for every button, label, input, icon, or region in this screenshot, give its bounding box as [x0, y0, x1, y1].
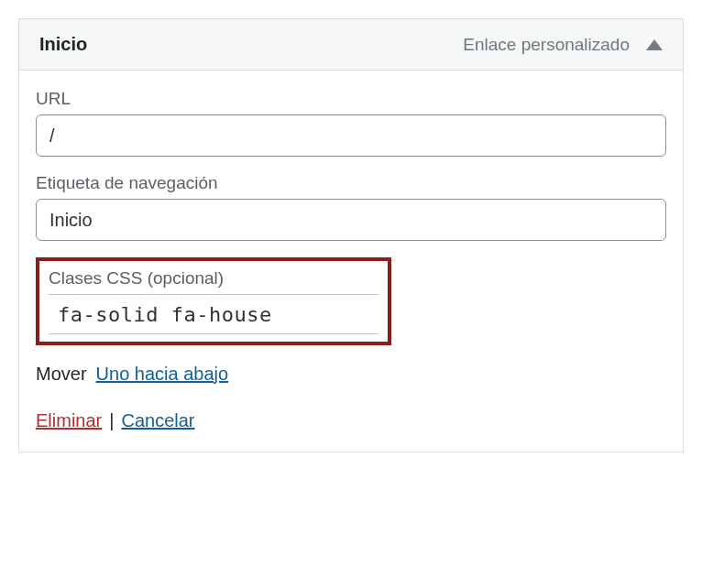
panel-type-label: Enlace personalizado: [463, 35, 630, 55]
nav-label-label: Etiqueta de navegación: [36, 173, 666, 193]
panel-body: URL Etiqueta de navegación Clases CSS (o…: [19, 71, 683, 452]
url-input[interactable]: [36, 114, 666, 157]
actions-separator: |: [109, 410, 114, 431]
move-label: Mover: [36, 364, 87, 385]
css-classes-input[interactable]: [49, 294, 378, 334]
move-down-link[interactable]: Uno hacia abajo: [96, 364, 229, 385]
css-classes-label: Clases CSS (opcional): [49, 268, 378, 289]
move-row: Mover Uno hacia abajo: [36, 364, 666, 385]
panel-title: Inicio: [39, 34, 87, 55]
actions-row: Eliminar | Cancelar: [36, 410, 666, 431]
menu-item-panel: Inicio Enlace personalizado URL Etiqueta…: [18, 18, 684, 452]
delete-link[interactable]: Eliminar: [36, 410, 102, 431]
css-classes-highlight: Clases CSS (opcional): [36, 257, 391, 345]
cancel-link[interactable]: Cancelar: [121, 410, 194, 431]
nav-label-input[interactable]: [36, 199, 666, 241]
panel-type-wrap: Enlace personalizado: [463, 35, 663, 55]
panel-header[interactable]: Inicio Enlace personalizado: [19, 19, 683, 71]
url-label: URL: [36, 89, 666, 109]
nav-label-field: Etiqueta de navegación: [36, 173, 666, 241]
url-field: URL: [36, 89, 666, 157]
chevron-up-icon: [646, 39, 663, 50]
